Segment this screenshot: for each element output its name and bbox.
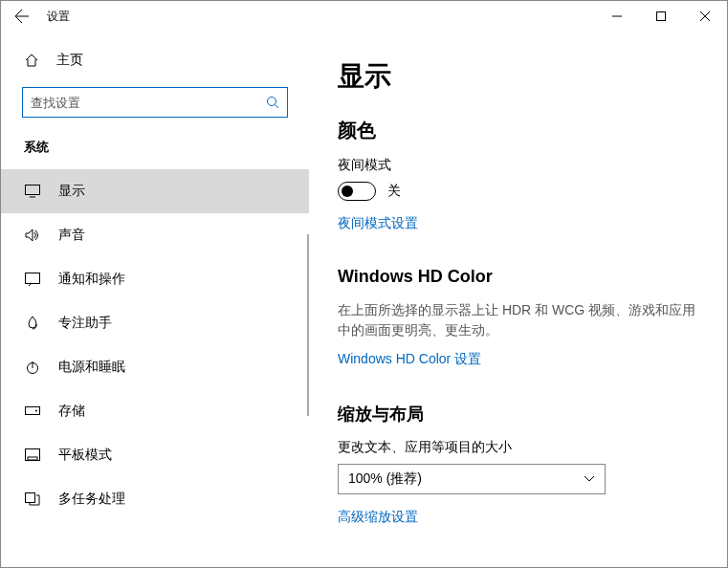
svg-rect-5 <box>26 407 40 415</box>
svg-point-1 <box>268 98 276 106</box>
toggle-state: 关 <box>387 183 401 200</box>
nav-label: 通知和操作 <box>58 271 125 288</box>
nav-item-focus[interactable]: 专注助手 <box>1 301 309 345</box>
nav-label: 显示 <box>58 183 85 200</box>
home-label: 主页 <box>56 52 83 69</box>
minimize-button[interactable] <box>595 1 639 32</box>
minimize-icon <box>612 11 622 21</box>
focus-icon <box>24 316 41 331</box>
multitask-icon <box>24 492 41 506</box>
nav-label: 电源和睡眠 <box>58 359 125 376</box>
chevron-down-icon <box>584 475 595 483</box>
scale-heading: 缩放与布局 <box>338 403 698 426</box>
nav-label: 多任务处理 <box>58 491 125 508</box>
nav-item-tablet[interactable]: 平板模式 <box>1 433 309 477</box>
scrollbar[interactable] <box>307 234 309 416</box>
main-panel: 显示 颜色 夜间模式 关 夜间模式设置 Windows HD Color 在上面… <box>309 32 727 567</box>
svg-rect-9 <box>26 493 35 503</box>
night-mode-label: 夜间模式 <box>338 157 698 174</box>
search-field[interactable] <box>31 96 266 110</box>
app-title: 设置 <box>47 9 70 25</box>
nav-item-sound[interactable]: 声音 <box>1 213 309 257</box>
section-label: 系统 <box>1 118 309 169</box>
hd-color-description: 在上面所选择的显示器上让 HDR 和 WCG 视频、游戏和应用中的画面更明亮、更… <box>338 300 698 340</box>
title-bar: 设置 <box>1 1 727 32</box>
svg-rect-0 <box>657 12 666 21</box>
svg-rect-2 <box>26 186 40 195</box>
nav-item-notifications[interactable]: 通知和操作 <box>1 257 309 301</box>
home-icon <box>24 53 39 68</box>
page-title: 显示 <box>338 58 698 95</box>
scale-value: 100% (推荐) <box>348 470 422 488</box>
maximize-icon <box>656 11 666 21</box>
home-nav[interactable]: 主页 <box>1 43 309 77</box>
sidebar: 主页 系统 显示 声音 通知和操作 <box>1 32 309 567</box>
close-icon <box>700 11 710 21</box>
nav-item-display[interactable]: 显示 <box>1 169 309 213</box>
hd-color-heading: Windows HD Color <box>338 267 698 287</box>
close-button[interactable] <box>683 1 727 32</box>
sound-icon <box>24 229 41 242</box>
nav-label: 存储 <box>58 403 85 420</box>
svg-point-6 <box>35 410 37 412</box>
window-controls <box>595 1 727 32</box>
nav-label: 平板模式 <box>58 447 112 464</box>
notifications-icon <box>24 273 41 286</box>
display-icon <box>24 185 41 198</box>
nav-item-storage[interactable]: 存储 <box>1 389 309 433</box>
back-button[interactable] <box>1 1 43 32</box>
scale-label: 更改文本、应用等项目的大小 <box>338 439 698 456</box>
storage-icon <box>24 406 41 416</box>
color-heading: 颜色 <box>338 118 698 143</box>
night-mode-toggle[interactable] <box>338 182 376 201</box>
nav-item-power[interactable]: 电源和睡眠 <box>1 345 309 389</box>
power-icon <box>24 360 41 375</box>
advanced-scale-link[interactable]: 高级缩放设置 <box>338 509 418 526</box>
nav-list: 显示 声音 通知和操作 专注助手 电源和睡眠 存储 <box>1 169 309 521</box>
nav-item-multitask[interactable]: 多任务处理 <box>1 477 309 521</box>
hd-color-settings-link[interactable]: Windows HD Color 设置 <box>338 351 481 368</box>
search-input[interactable] <box>22 87 288 118</box>
search-icon <box>266 96 279 109</box>
maximize-button[interactable] <box>639 1 683 32</box>
tablet-icon <box>24 448 41 462</box>
arrow-left-icon <box>14 9 30 24</box>
nav-label: 声音 <box>58 227 85 244</box>
scale-dropdown[interactable]: 100% (推荐) <box>338 464 606 494</box>
svg-rect-8 <box>28 457 37 460</box>
nav-label: 专注助手 <box>58 315 112 332</box>
night-mode-settings-link[interactable]: 夜间模式设置 <box>338 215 418 232</box>
svg-rect-3 <box>26 273 40 284</box>
